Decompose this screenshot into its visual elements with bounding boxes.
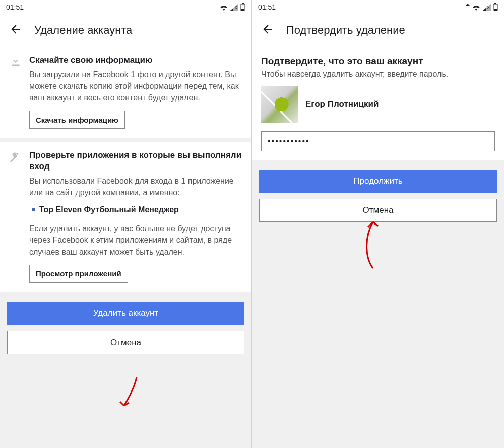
bottom-actions: Удалить аккаунт Отмена (0, 296, 251, 360)
battery-icon (493, 3, 498, 11)
svg-text:x: x (487, 5, 490, 10)
status-time: 01:51 (258, 3, 276, 11)
caret-icon (466, 4, 470, 11)
password-input[interactable] (261, 131, 495, 151)
list-item: Top Eleven Футбольный Менеджер (32, 205, 242, 214)
status-icons: x (219, 3, 245, 11)
download-info-card: Скачайте свою информацию Вы загрузили на… (0, 46, 251, 138)
apps-text2: Если удалить аккаунт, у вас больше не бу… (29, 222, 242, 258)
continue-button[interactable]: Продолжить (259, 170, 497, 193)
profile-name: Егор Плотницкий (305, 99, 379, 109)
content: Подтвердите, что это ваш аккаунт Чтобы н… (252, 46, 504, 448)
bottom-actions: Продолжить Отмена (252, 160, 504, 228)
back-icon[interactable] (261, 23, 274, 38)
signal-icon: x (230, 4, 238, 11)
status-bar: 01:51 x (0, 0, 251, 14)
annotation-arrow-icon (114, 376, 144, 414)
apps-list: Top Eleven Футбольный Менеджер (32, 205, 242, 214)
download-icon (9, 54, 22, 129)
download-info-title: Скачайте свою информацию (29, 54, 242, 66)
key-icon (9, 150, 22, 283)
wifi-icon (472, 4, 481, 11)
download-info-text: Вы загрузили на Facebook 1 фото и другой… (29, 69, 242, 104)
download-info-button[interactable]: Скачать информацию (29, 111, 125, 129)
svg-rect-3 (241, 9, 244, 11)
content: Скачайте свою информацию Вы загрузили на… (0, 46, 251, 448)
header: Удаление аккаунта (0, 14, 251, 46)
status-time: 01:51 (6, 3, 24, 11)
back-icon[interactable] (9, 23, 22, 38)
confirm-card: Подтвердите, что это ваш аккаунт Чтобы н… (252, 46, 504, 160)
signal-icon: x (483, 4, 491, 11)
header: Подтвердить удаление (252, 14, 504, 46)
delete-account-button[interactable]: Удалить аккаунт (7, 302, 244, 325)
status-bar: 01:51 x (252, 0, 504, 14)
app-name: Top Eleven Футбольный Менеджер (39, 205, 179, 214)
bullet-icon (32, 208, 35, 211)
svg-text:x: x (235, 5, 237, 10)
phone-screen-delete-account: 01:51 x Удаление аккаунта Скачайте свою … (0, 0, 252, 448)
cancel-button[interactable]: Отмена (7, 331, 244, 354)
phone-screen-confirm-delete: 01:51 x Подтвердить удаление Подтвердите… (252, 0, 504, 448)
svg-rect-7 (494, 9, 497, 11)
status-icons: x (466, 3, 498, 11)
page-title: Удаление аккаунта (34, 24, 132, 37)
wifi-icon (219, 4, 228, 11)
cancel-button[interactable]: Отмена (259, 199, 497, 222)
apps-card: Проверьте приложения в которые вы выполн… (0, 142, 251, 292)
profile-row: Егор Плотницкий (261, 86, 495, 123)
confirm-title: Подтвердите, что это ваш аккаунт (261, 55, 495, 67)
apps-title: Проверьте приложения в которые вы выполн… (29, 150, 242, 172)
battery-icon (240, 3, 245, 11)
view-apps-button[interactable]: Просмотр приложений (29, 265, 128, 283)
apps-text1: Вы использовали Facebook для входа в 1 п… (29, 175, 242, 198)
avatar (261, 86, 298, 123)
confirm-subtitle: Чтобы навсегда удалить аккаунт, введите … (261, 70, 495, 79)
page-title: Подтвердить удаление (286, 24, 405, 37)
